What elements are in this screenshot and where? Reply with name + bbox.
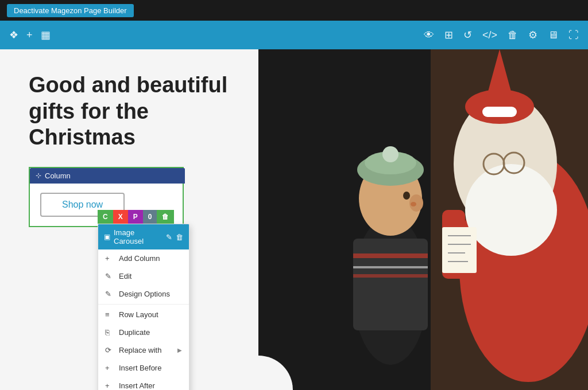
svg-point-4 [465, 164, 557, 256]
context-menu-header: ▣ Image Carousel ✎ 🗑 [98, 224, 189, 249]
code-icon[interactable]: </> [482, 29, 497, 41]
hero-image-svg [258, 49, 588, 390]
design-options-label: Design Options [119, 290, 170, 298]
layers-icon[interactable]: ⊞ [444, 29, 453, 41]
duplicate-icon: ⎘ [105, 328, 114, 337]
edit-label: Edit [119, 272, 131, 280]
builder-toolbar: ❖ + ▦ 👁 ⊞ ↺ </> 🗑 ⚙ 🖥 ⛶ [0, 21, 588, 49]
add-column-icon: + [105, 254, 114, 263]
move-icon: ⊹ [36, 171, 41, 180]
mini-toolbar: C X P 0 🗑 [98, 210, 189, 224]
context-menu-title: Image Carousel [114, 228, 166, 245]
deactivate-button[interactable]: Deactivate Magezon Page Builder [7, 4, 134, 17]
column-label: Column [45, 171, 71, 180]
desktop-icon[interactable]: 🖥 [548, 29, 558, 41]
context-item-duplicate[interactable]: ⎘ Duplicate [98, 323, 189, 341]
context-menu-area: C X P 0 🗑 ▣ Image Carousel ✎ 🗑 + [98, 210, 189, 390]
left-content: Good and beautiful gifts for the Christm… [0, 49, 258, 390]
mini-0-button[interactable]: 0 [143, 210, 157, 224]
replace-with-label: Replace with [119, 346, 161, 354]
duplicate-label: Duplicate [119, 328, 150, 337]
row-layout-icon: ≡ [105, 310, 114, 319]
row-layout-label: Row Layout [119, 310, 158, 319]
divider-1 [98, 304, 189, 305]
design-icon: ✎ [105, 290, 114, 298]
context-edit-icon[interactable]: ✎ [166, 233, 172, 241]
svg-rect-11 [442, 227, 477, 273]
right-image [258, 49, 588, 390]
trash-icon[interactable]: 🗑 [508, 29, 518, 41]
context-item-add-column[interactable]: + Add Column [98, 249, 189, 267]
add-column-label: Add Column [119, 254, 160, 263]
insert-before-label: Insert Before [119, 364, 161, 372]
context-item-insert-after[interactable]: + Insert After [98, 377, 189, 390]
layout-icon[interactable]: ▦ [41, 29, 51, 41]
context-item-row-layout[interactable]: ≡ Row Layout [98, 306, 189, 323]
svg-point-24 [382, 146, 399, 162]
carousel-icon: ▣ [104, 233, 110, 241]
santa-image [258, 49, 588, 390]
mini-trash-button[interactable]: 🗑 [157, 210, 174, 224]
context-dropdown: ▣ Image Carousel ✎ 🗑 + Add Column ✎ Edit [98, 224, 189, 390]
hero-title: Good and beautiful gifts for the Christm… [29, 72, 230, 151]
toolbar-left: ❖ + ▦ [9, 29, 51, 41]
mini-p-button[interactable]: P [128, 210, 143, 224]
plus-icon[interactable]: + [26, 29, 33, 41]
replace-icon: ⟳ [105, 346, 114, 354]
svg-rect-7 [482, 107, 517, 117]
context-delete-icon[interactable]: 🗑 [176, 233, 183, 241]
insert-after-icon: + [105, 381, 114, 390]
replace-arrow-icon: ▶ [177, 347, 182, 353]
context-item-insert-before[interactable]: + Insert Before [98, 359, 189, 377]
context-item-design-options[interactable]: ✎ Design Options [98, 285, 189, 303]
mini-x-button[interactable]: X [113, 210, 128, 224]
insert-after-label: Insert After [119, 381, 155, 390]
context-item-replace-with[interactable]: ⟳ Replace with ▶ [98, 341, 189, 359]
settings-icon[interactable]: ⚙ [528, 29, 537, 41]
top-bar: Deactivate Magezon Page Builder [0, 0, 588, 21]
fullscreen-icon[interactable]: ⛶ [568, 29, 579, 41]
context-header-actions: ✎ 🗑 [166, 233, 183, 241]
svg-point-26 [403, 192, 410, 200]
grid-icon[interactable]: ❖ [9, 29, 18, 41]
toolbar-right: 👁 ⊞ ↺ </> 🗑 ⚙ 🖥 ⛶ [424, 29, 579, 41]
canvas: Good and beautiful gifts for the Christm… [0, 49, 588, 390]
context-item-edit[interactable]: ✎ Edit [98, 267, 189, 285]
undo-icon[interactable]: ↺ [463, 29, 472, 41]
eye-icon[interactable]: 👁 [424, 29, 434, 41]
svg-rect-17 [353, 239, 428, 330]
svg-point-27 [411, 202, 416, 206]
column-row-bar[interactable]: ⊹ Column [30, 168, 185, 184]
edit-icon: ✎ [105, 272, 114, 280]
insert-before-icon: + [105, 364, 114, 372]
mini-c-button[interactable]: C [98, 210, 113, 224]
